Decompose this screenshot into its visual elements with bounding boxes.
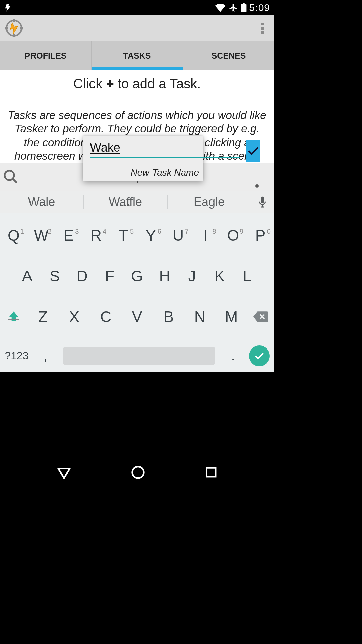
key-k[interactable]: K [206,267,233,285]
back-nav-icon[interactable] [56,465,72,480]
key-z[interactable]: Z [27,308,59,326]
svg-rect-7 [261,196,264,203]
confirm-button[interactable] [246,140,260,162]
key-u[interactable]: U7 [165,226,192,245]
key-n[interactable]: N [184,308,216,326]
key-y[interactable]: Y6 [137,226,165,245]
svg-line-6 [13,179,17,183]
key-t[interactable]: T5 [110,226,137,245]
tasker-app-icon [5,19,23,38]
svg-point-5 [5,171,14,180]
period-key[interactable]: . [221,348,245,363]
status-bar: 5:09 [0,0,274,15]
shift-key[interactable] [0,310,27,323]
check-icon [254,350,265,362]
key-j[interactable]: J [178,267,206,285]
soft-keyboard: Q1W2E3R4T5Y6U7I8O9P0 ASDFGHJKL ZXCVBNM ?… [0,213,274,372]
key-o[interactable]: O9 [219,226,247,245]
status-time: 5:09 [249,2,270,13]
tab-tasks-label: TASKS [123,51,151,61]
key-g[interactable]: G [123,267,151,285]
enter-key[interactable] [245,345,274,366]
shift-icon [7,310,20,323]
new-task-dialog: New Task Name [83,136,203,181]
battery-icon [241,3,247,12]
svg-rect-1 [13,19,15,22]
svg-rect-2 [13,34,15,37]
suggestion-more-icon[interactable]: ••• [119,201,131,210]
backspace-key[interactable] [247,310,274,323]
key-s[interactable]: S [41,267,68,285]
svg-rect-11 [207,468,216,477]
tab-scenes[interactable]: SCENES [183,41,274,70]
key-x[interactable]: X [59,308,90,326]
key-l[interactable]: L [233,267,261,285]
check-icon [246,144,260,158]
key-e[interactable]: E3 [55,226,82,245]
recents-nav-icon[interactable] [204,466,218,479]
key-p[interactable]: P0 [247,226,274,245]
suggestion-1[interactable]: Wale [28,195,55,209]
key-i[interactable]: I8 [192,226,220,245]
key-a[interactable]: A [13,267,41,285]
svg-point-10 [132,467,144,478]
tab-profiles-label: PROFILES [24,51,66,61]
suggestion-3[interactable]: Eagle [194,195,225,209]
lightning-icon [4,3,13,12]
tab-profiles[interactable]: PROFILES [0,41,91,70]
tab-tasks[interactable]: TASKS [91,41,183,70]
overflow-menu-button[interactable] [256,21,269,35]
symbols-key[interactable]: ?123 [0,350,34,362]
search-icon[interactable] [3,169,19,185]
app-bar [0,15,274,41]
space-key[interactable] [63,347,215,365]
key-q[interactable]: Q1 [0,226,27,245]
key-w[interactable]: W2 [27,226,55,245]
home-nav-icon[interactable] [130,465,146,480]
svg-rect-4 [20,27,23,30]
airplane-icon [229,3,238,12]
more-indicator [255,184,259,188]
key-h[interactable]: H [151,267,178,285]
key-v[interactable]: V [121,308,153,326]
key-r[interactable]: R4 [82,226,110,245]
key-m[interactable]: M [216,308,247,326]
tab-scenes-label: SCENES [212,51,246,61]
backspace-icon [252,310,269,323]
comma-key[interactable]: , [34,348,57,363]
key-c[interactable]: C [90,308,121,326]
wifi-icon [215,3,226,12]
dialog-caption: New Task Name [90,167,199,178]
task-name-input[interactable] [90,140,240,158]
keyboard-suggestion-bar: Wale Waffle ••• Eagle [0,191,274,213]
tab-bar: PROFILES TASKS SCENES [0,41,274,70]
mic-icon[interactable] [257,196,267,208]
svg-rect-3 [5,27,8,30]
android-nav-bar [0,457,274,487]
key-b[interactable]: B [153,308,184,326]
hint-title: Click + to add a Task. [7,76,267,91]
key-d[interactable]: D [68,267,96,285]
key-f[interactable]: F [96,267,123,285]
